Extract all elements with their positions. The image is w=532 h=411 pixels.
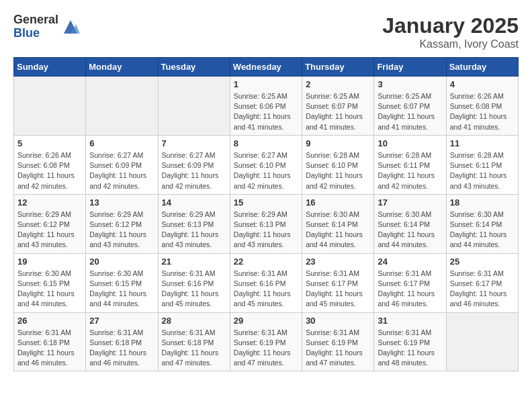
day-info: Sunrise: 6:28 AM Sunset: 6:11 PM Dayligh…: [450, 150, 515, 191]
calendar-day-cell: 7Sunrise: 6:27 AM Sunset: 6:09 PM Daylig…: [158, 135, 230, 194]
day-number: 30: [306, 316, 370, 326]
day-number: 8: [234, 138, 298, 148]
day-number: 10: [378, 138, 442, 148]
calendar-day-cell: 2Sunrise: 6:25 AM Sunset: 6:07 PM Daylig…: [302, 77, 374, 136]
day-number: 1: [234, 79, 298, 89]
day-info: Sunrise: 6:25 AM Sunset: 6:07 PM Dayligh…: [306, 91, 370, 132]
day-info: Sunrise: 6:31 AM Sunset: 6:19 PM Dayligh…: [306, 328, 370, 369]
calendar-day-cell: 17Sunrise: 6:30 AM Sunset: 6:14 PM Dayli…: [374, 194, 446, 253]
day-number: 15: [234, 197, 298, 208]
calendar-day-cell: 22Sunrise: 6:31 AM Sunset: 6:16 PM Dayli…: [230, 253, 302, 312]
calendar-week-row: 12Sunrise: 6:29 AM Sunset: 6:12 PM Dayli…: [14, 194, 519, 253]
day-number: 7: [162, 138, 226, 148]
calendar-week-row: 19Sunrise: 6:30 AM Sunset: 6:15 PM Dayli…: [14, 253, 519, 312]
calendar-day-cell: 10Sunrise: 6:28 AM Sunset: 6:11 PM Dayli…: [374, 135, 446, 194]
calendar-day-cell: 20Sunrise: 6:30 AM Sunset: 6:15 PM Dayli…: [86, 253, 158, 312]
day-number: 24: [378, 257, 442, 267]
calendar-day-cell: 30Sunrise: 6:31 AM Sunset: 6:19 PM Dayli…: [302, 312, 374, 371]
logo-general-text: General: [13, 13, 58, 27]
day-number: 3: [378, 79, 442, 89]
day-number: 13: [89, 197, 154, 208]
day-number: 27: [89, 316, 154, 326]
weekday-header-cell: Wednesday: [230, 58, 302, 77]
day-number: 19: [17, 257, 82, 267]
day-number: 23: [306, 257, 370, 267]
day-number: 18: [450, 197, 515, 208]
day-info: Sunrise: 6:29 AM Sunset: 6:12 PM Dayligh…: [89, 210, 154, 250]
calendar-day-cell: 25Sunrise: 6:31 AM Sunset: 6:17 PM Dayli…: [446, 253, 518, 312]
calendar-day-cell: 11Sunrise: 6:28 AM Sunset: 6:11 PM Dayli…: [446, 135, 518, 194]
day-number: 31: [378, 316, 442, 326]
day-info: Sunrise: 6:29 AM Sunset: 6:12 PM Dayligh…: [17, 210, 82, 250]
weekday-header-row: SundayMondayTuesdayWednesdayThursdayFrid…: [14, 58, 519, 77]
location-title: Kassam, Ivory Coast: [382, 38, 519, 50]
calendar-day-cell: 8Sunrise: 6:27 AM Sunset: 6:10 PM Daylig…: [230, 135, 302, 194]
calendar-day-cell: 31Sunrise: 6:31 AM Sunset: 6:19 PM Dayli…: [374, 312, 446, 371]
calendar-day-cell: 27Sunrise: 6:31 AM Sunset: 6:18 PM Dayli…: [86, 312, 158, 371]
day-info: Sunrise: 6:31 AM Sunset: 6:18 PM Dayligh…: [17, 328, 82, 369]
logo-icon: [61, 17, 80, 36]
calendar-day-cell: [446, 312, 518, 371]
calendar-day-cell: 4Sunrise: 6:26 AM Sunset: 6:08 PM Daylig…: [446, 77, 518, 136]
day-info: Sunrise: 6:31 AM Sunset: 6:16 PM Dayligh…: [162, 269, 226, 310]
day-info: Sunrise: 6:29 AM Sunset: 6:13 PM Dayligh…: [234, 210, 298, 250]
day-info: Sunrise: 6:28 AM Sunset: 6:11 PM Dayligh…: [378, 150, 442, 191]
calendar-week-row: 1Sunrise: 6:25 AM Sunset: 6:06 PM Daylig…: [14, 77, 519, 136]
day-info: Sunrise: 6:26 AM Sunset: 6:08 PM Dayligh…: [450, 91, 515, 132]
calendar-day-cell: 3Sunrise: 6:25 AM Sunset: 6:07 PM Daylig…: [374, 77, 446, 136]
calendar-day-cell: 5Sunrise: 6:26 AM Sunset: 6:08 PM Daylig…: [14, 135, 86, 194]
day-info: Sunrise: 6:27 AM Sunset: 6:09 PM Dayligh…: [162, 150, 226, 191]
day-number: 9: [306, 138, 370, 148]
day-info: Sunrise: 6:27 AM Sunset: 6:09 PM Dayligh…: [89, 150, 154, 191]
day-number: 28: [162, 316, 226, 326]
calendar-day-cell: 21Sunrise: 6:31 AM Sunset: 6:16 PM Dayli…: [158, 253, 230, 312]
calendar-day-cell: 16Sunrise: 6:30 AM Sunset: 6:14 PM Dayli…: [302, 194, 374, 253]
weekday-header-cell: Thursday: [302, 58, 374, 77]
day-number: 16: [306, 197, 370, 208]
calendar-day-cell: 26Sunrise: 6:31 AM Sunset: 6:18 PM Dayli…: [14, 312, 86, 371]
calendar-day-cell: 28Sunrise: 6:31 AM Sunset: 6:18 PM Dayli…: [158, 312, 230, 371]
day-info: Sunrise: 6:31 AM Sunset: 6:17 PM Dayligh…: [378, 269, 442, 310]
day-info: Sunrise: 6:31 AM Sunset: 6:18 PM Dayligh…: [89, 328, 154, 369]
calendar-day-cell: 19Sunrise: 6:30 AM Sunset: 6:15 PM Dayli…: [14, 253, 86, 312]
day-info: Sunrise: 6:26 AM Sunset: 6:08 PM Dayligh…: [17, 150, 82, 191]
calendar-day-cell: 6Sunrise: 6:27 AM Sunset: 6:09 PM Daylig…: [86, 135, 158, 194]
day-info: Sunrise: 6:31 AM Sunset: 6:17 PM Dayligh…: [450, 269, 515, 310]
page-header: General Blue January 2025 Kassam, Ivory …: [13, 13, 519, 50]
calendar-day-cell: 1Sunrise: 6:25 AM Sunset: 6:06 PM Daylig…: [230, 77, 302, 136]
title-area: January 2025 Kassam, Ivory Coast: [382, 13, 519, 50]
day-info: Sunrise: 6:31 AM Sunset: 6:16 PM Dayligh…: [234, 269, 298, 310]
day-info: Sunrise: 6:29 AM Sunset: 6:13 PM Dayligh…: [162, 210, 226, 250]
calendar-week-row: 5Sunrise: 6:26 AM Sunset: 6:08 PM Daylig…: [14, 135, 519, 194]
day-info: Sunrise: 6:30 AM Sunset: 6:14 PM Dayligh…: [378, 210, 442, 250]
weekday-header-cell: Friday: [374, 58, 446, 77]
calendar-day-cell: [158, 77, 230, 136]
day-number: 14: [162, 197, 226, 208]
calendar-body: 1Sunrise: 6:25 AM Sunset: 6:06 PM Daylig…: [14, 77, 519, 371]
calendar-day-cell: 29Sunrise: 6:31 AM Sunset: 6:19 PM Dayli…: [230, 312, 302, 371]
day-info: Sunrise: 6:31 AM Sunset: 6:19 PM Dayligh…: [234, 328, 298, 369]
day-info: Sunrise: 6:31 AM Sunset: 6:18 PM Dayligh…: [162, 328, 226, 369]
calendar-week-row: 26Sunrise: 6:31 AM Sunset: 6:18 PM Dayli…: [14, 312, 519, 371]
day-info: Sunrise: 6:27 AM Sunset: 6:10 PM Dayligh…: [234, 150, 298, 191]
day-info: Sunrise: 6:31 AM Sunset: 6:19 PM Dayligh…: [378, 328, 442, 369]
day-number: 12: [17, 197, 82, 208]
month-title: January 2025: [382, 13, 519, 38]
weekday-header-cell: Sunday: [14, 58, 86, 77]
day-info: Sunrise: 6:30 AM Sunset: 6:14 PM Dayligh…: [450, 210, 515, 250]
day-info: Sunrise: 6:30 AM Sunset: 6:15 PM Dayligh…: [17, 269, 82, 310]
day-info: Sunrise: 6:30 AM Sunset: 6:15 PM Dayligh…: [89, 269, 154, 310]
day-number: 29: [234, 316, 298, 326]
calendar-day-cell: 15Sunrise: 6:29 AM Sunset: 6:13 PM Dayli…: [230, 194, 302, 253]
day-info: Sunrise: 6:25 AM Sunset: 6:06 PM Dayligh…: [234, 91, 298, 132]
day-number: 25: [450, 257, 515, 267]
calendar-day-cell: 23Sunrise: 6:31 AM Sunset: 6:17 PM Dayli…: [302, 253, 374, 312]
day-number: 17: [378, 197, 442, 208]
day-number: 2: [306, 79, 370, 89]
weekday-header-cell: Saturday: [446, 58, 518, 77]
calendar-day-cell: [14, 77, 86, 136]
calendar-day-cell: 9Sunrise: 6:28 AM Sunset: 6:10 PM Daylig…: [302, 135, 374, 194]
day-number: 26: [17, 316, 82, 326]
day-number: 21: [162, 257, 226, 267]
day-number: 4: [450, 79, 515, 89]
